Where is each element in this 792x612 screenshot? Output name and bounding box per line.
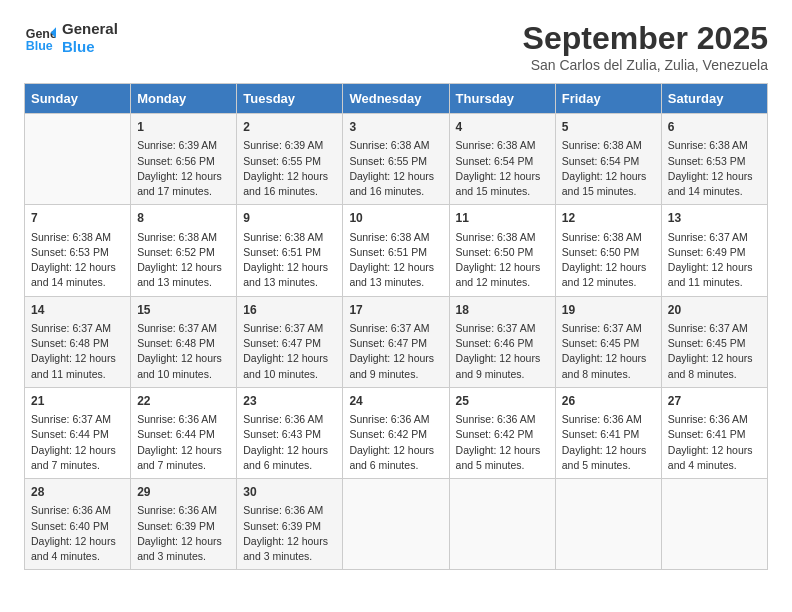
day-info-line: Sunset: 6:54 PM bbox=[562, 155, 640, 167]
day-info-line: Daylight: 12 hours bbox=[456, 352, 541, 364]
header-tuesday: Tuesday bbox=[237, 84, 343, 114]
day-cell bbox=[343, 479, 449, 570]
day-number: 8 bbox=[137, 210, 230, 227]
day-info-line: Sunset: 6:55 PM bbox=[349, 155, 427, 167]
day-info-line: Daylight: 12 hours bbox=[349, 170, 434, 182]
day-cell: 23Sunrise: 6:36 AMSunset: 6:43 PMDayligh… bbox=[237, 387, 343, 478]
day-info-line: and 13 minutes. bbox=[349, 276, 424, 288]
day-cell: 28Sunrise: 6:36 AMSunset: 6:40 PMDayligh… bbox=[25, 479, 131, 570]
day-info-line: and 11 minutes. bbox=[31, 368, 106, 380]
month-title: September 2025 bbox=[523, 20, 768, 57]
day-info-line: Sunset: 6:41 PM bbox=[668, 428, 746, 440]
day-number: 4 bbox=[456, 119, 549, 136]
day-info-line: Sunset: 6:55 PM bbox=[243, 155, 321, 167]
day-info-line: and 14 minutes. bbox=[668, 185, 743, 197]
day-info-line: Daylight: 12 hours bbox=[137, 535, 222, 547]
day-info-line: Sunrise: 6:37 AM bbox=[243, 322, 323, 334]
day-info-line: Sunset: 6:45 PM bbox=[562, 337, 640, 349]
day-cell: 25Sunrise: 6:36 AMSunset: 6:42 PMDayligh… bbox=[449, 387, 555, 478]
day-number: 17 bbox=[349, 302, 442, 319]
day-number: 24 bbox=[349, 393, 442, 410]
day-info-line: and 6 minutes. bbox=[349, 459, 418, 471]
day-info-line: Daylight: 12 hours bbox=[456, 261, 541, 273]
day-info-line: Sunrise: 6:37 AM bbox=[349, 322, 429, 334]
day-info-line: Sunrise: 6:38 AM bbox=[562, 139, 642, 151]
day-number: 6 bbox=[668, 119, 761, 136]
day-info-line: Sunrise: 6:39 AM bbox=[137, 139, 217, 151]
day-info-line: Sunrise: 6:36 AM bbox=[243, 504, 323, 516]
location-subtitle: San Carlos del Zulia, Zulia, Venezuela bbox=[523, 57, 768, 73]
day-number: 1 bbox=[137, 119, 230, 136]
day-number: 15 bbox=[137, 302, 230, 319]
day-info-line: and 4 minutes. bbox=[31, 550, 100, 562]
header-monday: Monday bbox=[131, 84, 237, 114]
day-number: 5 bbox=[562, 119, 655, 136]
day-info-line: Daylight: 12 hours bbox=[31, 444, 116, 456]
day-info-line: Daylight: 12 hours bbox=[562, 352, 647, 364]
week-row-3: 14Sunrise: 6:37 AMSunset: 6:48 PMDayligh… bbox=[25, 296, 768, 387]
day-info-line: and 7 minutes. bbox=[31, 459, 100, 471]
week-row-5: 28Sunrise: 6:36 AMSunset: 6:40 PMDayligh… bbox=[25, 479, 768, 570]
day-number: 27 bbox=[668, 393, 761, 410]
day-cell: 20Sunrise: 6:37 AMSunset: 6:45 PMDayligh… bbox=[661, 296, 767, 387]
day-cell: 14Sunrise: 6:37 AMSunset: 6:48 PMDayligh… bbox=[25, 296, 131, 387]
day-info-line: Sunrise: 6:36 AM bbox=[456, 413, 536, 425]
day-number: 26 bbox=[562, 393, 655, 410]
day-number: 14 bbox=[31, 302, 124, 319]
day-info-line: and 15 minutes. bbox=[562, 185, 637, 197]
week-row-4: 21Sunrise: 6:37 AMSunset: 6:44 PMDayligh… bbox=[25, 387, 768, 478]
day-info-line: Sunrise: 6:37 AM bbox=[668, 322, 748, 334]
day-number: 10 bbox=[349, 210, 442, 227]
day-info-line: Sunrise: 6:36 AM bbox=[349, 413, 429, 425]
day-cell: 18Sunrise: 6:37 AMSunset: 6:46 PMDayligh… bbox=[449, 296, 555, 387]
page-header: General Blue General Blue September 2025… bbox=[24, 20, 768, 73]
day-number: 30 bbox=[243, 484, 336, 501]
header-wednesday: Wednesday bbox=[343, 84, 449, 114]
day-info-line: Daylight: 12 hours bbox=[243, 261, 328, 273]
day-cell: 4Sunrise: 6:38 AMSunset: 6:54 PMDaylight… bbox=[449, 114, 555, 205]
day-info-line: Sunset: 6:39 PM bbox=[243, 520, 321, 532]
day-cell: 10Sunrise: 6:38 AMSunset: 6:51 PMDayligh… bbox=[343, 205, 449, 296]
day-info-line: Daylight: 12 hours bbox=[137, 261, 222, 273]
day-info-line: Sunrise: 6:37 AM bbox=[456, 322, 536, 334]
day-cell bbox=[555, 479, 661, 570]
day-info-line: Daylight: 12 hours bbox=[243, 444, 328, 456]
day-number: 21 bbox=[31, 393, 124, 410]
day-info-line: Sunrise: 6:38 AM bbox=[668, 139, 748, 151]
day-number: 23 bbox=[243, 393, 336, 410]
day-cell: 27Sunrise: 6:36 AMSunset: 6:41 PMDayligh… bbox=[661, 387, 767, 478]
day-cell: 29Sunrise: 6:36 AMSunset: 6:39 PMDayligh… bbox=[131, 479, 237, 570]
day-info-line: Sunset: 6:44 PM bbox=[31, 428, 109, 440]
day-info-line: and 6 minutes. bbox=[243, 459, 312, 471]
day-info-line: and 14 minutes. bbox=[31, 276, 106, 288]
day-info-line: Sunrise: 6:36 AM bbox=[31, 504, 111, 516]
day-info-line: Sunset: 6:52 PM bbox=[137, 246, 215, 258]
day-info-line: Sunrise: 6:37 AM bbox=[562, 322, 642, 334]
logo-blue: Blue bbox=[62, 38, 118, 56]
day-info-line: Sunset: 6:51 PM bbox=[243, 246, 321, 258]
day-info-line: Daylight: 12 hours bbox=[668, 352, 753, 364]
day-info-line: and 3 minutes. bbox=[243, 550, 312, 562]
day-cell: 13Sunrise: 6:37 AMSunset: 6:49 PMDayligh… bbox=[661, 205, 767, 296]
day-number: 25 bbox=[456, 393, 549, 410]
day-info-line: Sunset: 6:42 PM bbox=[349, 428, 427, 440]
day-cell: 9Sunrise: 6:38 AMSunset: 6:51 PMDaylight… bbox=[237, 205, 343, 296]
day-cell: 6Sunrise: 6:38 AMSunset: 6:53 PMDaylight… bbox=[661, 114, 767, 205]
day-info-line: Daylight: 12 hours bbox=[668, 261, 753, 273]
day-number: 11 bbox=[456, 210, 549, 227]
day-info-line: Sunset: 6:49 PM bbox=[668, 246, 746, 258]
day-info-line: Sunrise: 6:36 AM bbox=[668, 413, 748, 425]
day-info-line: Daylight: 12 hours bbox=[243, 170, 328, 182]
day-cell: 30Sunrise: 6:36 AMSunset: 6:39 PMDayligh… bbox=[237, 479, 343, 570]
day-info-line: Daylight: 12 hours bbox=[243, 352, 328, 364]
day-info-line: Daylight: 12 hours bbox=[456, 170, 541, 182]
day-info-line: Sunset: 6:50 PM bbox=[562, 246, 640, 258]
day-info-line: Sunset: 6:48 PM bbox=[137, 337, 215, 349]
day-info-line: and 13 minutes. bbox=[137, 276, 212, 288]
day-info-line: and 7 minutes. bbox=[137, 459, 206, 471]
day-info-line: Sunset: 6:47 PM bbox=[243, 337, 321, 349]
day-number: 28 bbox=[31, 484, 124, 501]
day-number: 9 bbox=[243, 210, 336, 227]
day-info-line: Daylight: 12 hours bbox=[137, 170, 222, 182]
day-info-line: and 9 minutes. bbox=[349, 368, 418, 380]
